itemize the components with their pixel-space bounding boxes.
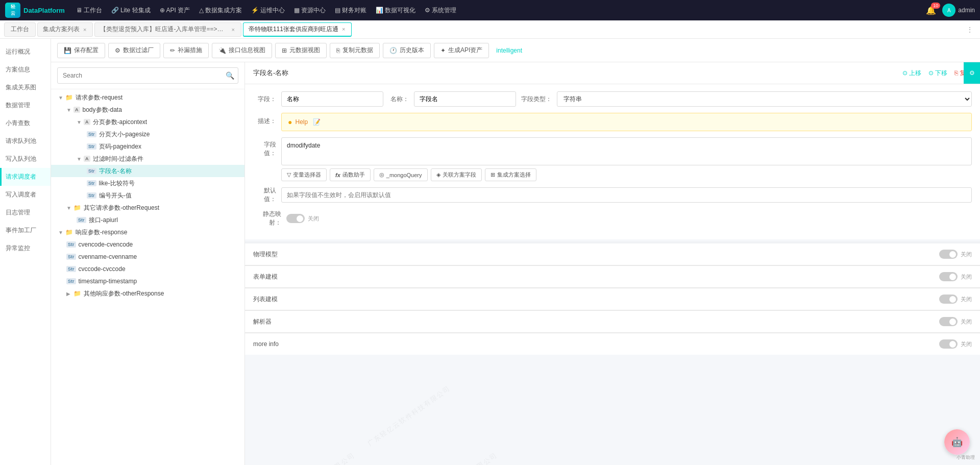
physical-toggle[interactable] xyxy=(939,250,958,259)
meta-view-button[interactable]: ⊞ 元数据视图 xyxy=(275,43,327,58)
nav-item-finance[interactable]: ▤ 财务对账 xyxy=(331,4,371,17)
tab-sync[interactable]: 帝特物联111张套供应商到旺店通 × xyxy=(243,22,352,37)
sidebar-item-solution-info[interactable]: 方案信息 xyxy=(0,61,51,79)
tree-item-apicontext[interactable]: ▼ A 分页参数-apicontext xyxy=(51,116,244,128)
static-map-toggle[interactable] xyxy=(286,214,305,223)
history-button[interactable]: 🕐 历史版本 xyxy=(383,43,431,58)
sidebar-item-log-mgmt[interactable]: 日志管理 xyxy=(0,204,51,222)
sidebar-item-collection-map[interactable]: 集成关系图 xyxy=(0,79,51,96)
sidebar-item-request-queue[interactable]: 请求队列池 xyxy=(0,132,51,150)
sidebar-item-request-scheduler[interactable]: 请求调度者 xyxy=(0,168,51,186)
tree-item-fieldname[interactable]: Str 字段名-名称 xyxy=(51,165,244,177)
interface-view-button[interactable]: 🔌 接口信息视图 xyxy=(212,43,272,58)
nav-item-workbench[interactable]: 🖥 工作台 xyxy=(72,4,106,17)
tree-item-timestamp[interactable]: Str timestamp-timestamp xyxy=(51,275,244,287)
var-selector-btn[interactable]: ▽ 变量选择器 xyxy=(281,168,327,181)
tree-item-cvenname[interactable]: Str cvenname-cvenname xyxy=(51,251,244,263)
tab-close-1[interactable]: × xyxy=(82,26,87,33)
interface-icon: 🔌 xyxy=(218,47,226,54)
tab-warehouse[interactable]: 【类型退货预入库】旺店通-入库单管理==>金蝶-其他入库单 × xyxy=(94,22,241,37)
down-button[interactable]: ⊙ 下移 xyxy=(928,69,947,78)
left-sidebar: 运行概况 方案信息 集成关系图 数据管理 小青查数 请求队列池 写入队列池 请求… xyxy=(0,39,51,465)
gen-api-button[interactable]: ✦ 生成API资产 xyxy=(434,43,489,58)
tabs-bar: 工作台 集成方案列表 × 【类型退货预入库】旺店通-入库单管理==>金蝶-其他入… xyxy=(0,20,980,39)
nav-item-resource[interactable]: ▦ 资源中心 xyxy=(290,4,330,17)
sidebar-item-write-scheduler[interactable]: 写入调度者 xyxy=(0,186,51,204)
list-toggle[interactable] xyxy=(939,295,958,304)
more-info-toggle[interactable] xyxy=(939,339,958,349)
tree-item-cvencode[interactable]: Str cvencode-cvencode xyxy=(51,238,244,251)
str-icon: Str xyxy=(66,266,76,272)
physical-model-row[interactable]: 物理模型 关闭 xyxy=(245,243,980,265)
search-input[interactable] xyxy=(57,67,238,84)
logo[interactable]: 轻云 DataPlatform xyxy=(5,3,65,18)
nav-item-collection[interactable]: △ 数据集成方案 xyxy=(195,4,246,17)
arrow-icon: ▼ xyxy=(77,119,83,125)
tree-item-filter[interactable]: ▼ A 过滤时间-过滤条件 xyxy=(51,153,244,165)
help-edit-icon[interactable]: 📝 xyxy=(313,118,321,126)
list-model-row[interactable]: 列表建模 关闭 xyxy=(245,288,980,310)
func-helper-btn[interactable]: fx 函数助手 xyxy=(330,168,371,181)
tree-item-response[interactable]: ▼ 📁 响应参数-response xyxy=(51,226,244,238)
copy-meta-button[interactable]: ⎘ 复制元数据 xyxy=(330,43,380,58)
intelligent-label[interactable]: intelligent xyxy=(492,47,526,54)
sidebar-item-xiaoqing[interactable]: 小青查数 xyxy=(0,114,51,132)
tab-close-3[interactable]: × xyxy=(341,26,346,33)
nav-item-api[interactable]: ⊕ API 资产 xyxy=(156,4,194,17)
search-icon[interactable]: 🔍 xyxy=(226,71,234,80)
notification-bell[interactable]: 🔔 10 xyxy=(926,6,936,15)
top-nav: 轻云 DataPlatform 🖥 工作台 🔗 Lite 轻集成 ⊕ API 资… xyxy=(0,0,980,20)
nav-item-visual[interactable]: 📊 数据可视化 xyxy=(372,4,420,17)
supplement-button[interactable]: ✏ 补漏措施 xyxy=(163,43,209,58)
more-info-row[interactable]: more info 关闭 xyxy=(245,333,980,355)
data-filter-button[interactable]: ⚙ 数据过滤厂 xyxy=(108,43,160,58)
parser-toggle[interactable] xyxy=(939,317,958,326)
tree-item-like[interactable]: Str like-比较符号 xyxy=(51,177,244,189)
name-label: 名称： xyxy=(388,95,409,104)
field-input[interactable] xyxy=(281,91,383,107)
sidebar-item-overview[interactable]: 运行概况 xyxy=(0,43,51,61)
nav-item-ops[interactable]: ⚡ 运维中心 xyxy=(247,4,289,17)
tab-close-2[interactable]: × xyxy=(230,26,235,33)
tree-label: timestamp-timestamp xyxy=(79,278,137,285)
desc-row: 描述： ● Help 📝 xyxy=(253,113,972,131)
tab-workbench[interactable]: 工作台 xyxy=(4,22,36,37)
type-label: 字段类型： xyxy=(521,95,552,104)
sidebar-item-data-mgmt[interactable]: 数据管理 xyxy=(0,96,51,114)
settings-float-btn[interactable]: ⚙ xyxy=(964,62,980,84)
ai-assistant-btn[interactable]: 🤖 xyxy=(944,429,970,455)
up-button[interactable]: ⊙ 上移 xyxy=(902,69,921,78)
tab-collection-list[interactable]: 集成方案列表 × xyxy=(37,22,93,37)
tree-item-pageindex[interactable]: Str 页码-pageindex xyxy=(51,140,244,153)
tab-more[interactable]: ⋮ xyxy=(964,23,976,36)
nav-item-lite[interactable]: 🔗 Lite 轻集成 xyxy=(107,4,155,17)
tree-item-body[interactable]: ▼ A body参数-data xyxy=(51,104,244,116)
default-input[interactable] xyxy=(281,187,972,203)
sidebar-item-anomaly-monitor[interactable]: 异常监控 xyxy=(0,239,51,257)
parser-row[interactable]: 解析器 关闭 xyxy=(245,311,980,333)
tree-item-other-response[interactable]: ▶ 📁 其他响应参数-otherResponse xyxy=(51,287,244,300)
tree-item-other-request[interactable]: ▼ 📁 其它请求参数-otherRequest xyxy=(51,202,244,214)
field-value-textarea[interactable]: dmodifydate xyxy=(281,137,972,165)
admin-info[interactable]: A admin xyxy=(942,4,975,17)
sidebar-item-write-queue[interactable]: 写入队列池 xyxy=(0,150,51,168)
tree-item-request[interactable]: ▼ 📁 请求参数-request xyxy=(51,91,244,104)
tree-item-apiurl[interactable]: Str 接口-apiurl xyxy=(51,214,244,226)
name-input[interactable] xyxy=(414,91,516,107)
tree-item-value[interactable]: Str 编号开头-值 xyxy=(51,189,244,202)
app-name: DataPlatform xyxy=(23,7,65,14)
var-icon: ▽ xyxy=(287,172,291,178)
mongo-query-btn[interactable]: ◎ _mongoQuery xyxy=(374,168,428,181)
tree-label: 接口-apiurl xyxy=(89,216,118,225)
type-select[interactable]: 字符串 xyxy=(557,91,972,107)
table-toggle[interactable] xyxy=(939,272,958,281)
table-model-row[interactable]: 表单建模 关闭 xyxy=(245,266,980,288)
more-info-label: more info xyxy=(253,340,279,348)
tree-item-pagesize[interactable]: Str 分页大小-pagesize xyxy=(51,128,244,140)
tree-item-cvccode[interactable]: Str cvccode-cvccode xyxy=(51,263,244,275)
save-config-button[interactable]: 💾 保存配置 xyxy=(57,43,105,58)
linked-field-btn[interactable]: ◈ 关联方案字段 xyxy=(431,168,482,181)
nav-item-system[interactable]: ⚙ 系统管理 xyxy=(421,4,460,17)
sidebar-item-event-factory[interactable]: 事件加工厂 xyxy=(0,222,51,239)
solution-select-btn[interactable]: ⊞ 集成方案选择 xyxy=(485,168,536,181)
